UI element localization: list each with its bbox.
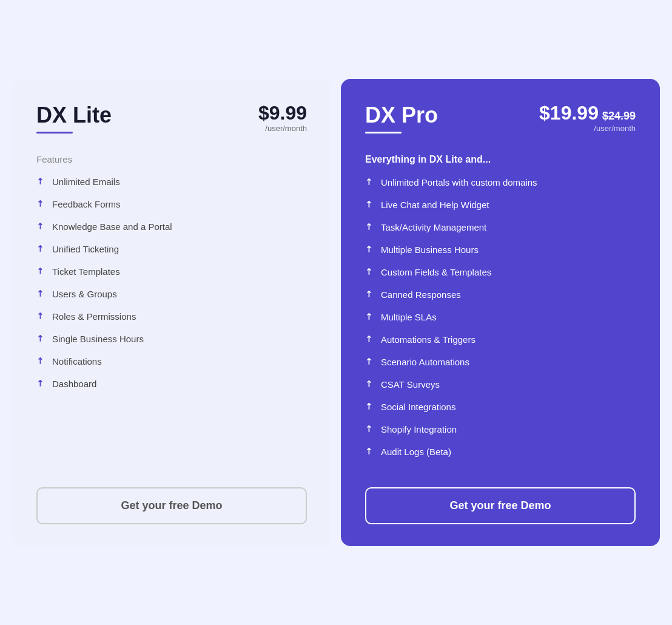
list-item: ↗Unlimited Portals with custom domains [365, 176, 636, 189]
arrow-icon: ↗ [363, 243, 375, 255]
arrow-icon: ↗ [363, 220, 375, 232]
feature-text: Ticket Templates [52, 265, 120, 278]
feature-text: CSAT Surveys [381, 378, 440, 391]
feature-text: Automations & Triggers [381, 333, 475, 346]
lite-card: DX Lite $9.99 /user/month Features ↗Unli… [12, 79, 331, 547]
list-item: ↗Live Chat and Help Widget [365, 198, 636, 211]
lite-feature-list: ↗Unlimited Emails↗Feedback Forms↗Knowled… [36, 175, 307, 468]
list-item: ↗Unlimited Emails [36, 175, 307, 188]
pro-price-block: $19.99 $24.99 /user/month [539, 103, 636, 133]
feature-text: Roles & Permissions [52, 310, 136, 323]
list-item: ↗Multiple Business Hours [365, 243, 636, 256]
pro-price-row: $19.99 $24.99 [539, 103, 636, 123]
arrow-icon: ↗ [34, 332, 46, 344]
list-item: ↗Social Integrations [365, 400, 636, 413]
feature-text: Canned Responses [381, 288, 461, 301]
arrow-icon: ↗ [34, 220, 46, 232]
feature-text: Multiple Business Hours [381, 243, 479, 256]
pro-plan-name-wrapper: DX Pro [365, 103, 438, 151]
feature-text: Unlimited Emails [52, 175, 120, 188]
feature-text: Task/Activity Management [381, 221, 486, 234]
list-item: ↗Canned Responses [365, 288, 636, 301]
arrow-icon: ↗ [363, 288, 375, 300]
list-item: ↗Feedback Forms [36, 198, 307, 211]
feature-text: Shopify Integration [381, 423, 457, 436]
arrow-icon: ↗ [363, 175, 375, 187]
list-item: ↗Ticket Templates [36, 265, 307, 278]
feature-text: Multiple SLAs [381, 311, 437, 323]
arrow-icon: ↗ [34, 377, 46, 389]
list-item: ↗Knowledge Base and a Portal [36, 220, 307, 233]
pro-header: DX Pro $19.99 $24.99 /user/month [365, 103, 636, 151]
list-item: ↗Scenario Automations [365, 356, 636, 368]
feature-text: Notifications [52, 355, 102, 368]
lite-plan-name-wrapper: DX Lite [36, 103, 112, 151]
list-item: ↗Multiple SLAs [365, 311, 636, 323]
arrow-icon: ↗ [363, 265, 375, 277]
lite-price-period: /user/month [258, 124, 307, 133]
feature-text: Dashboard [52, 377, 96, 390]
pro-price-period: /user/month [539, 124, 636, 133]
arrow-icon: ↗ [34, 242, 46, 254]
arrow-icon: ↗ [363, 355, 375, 367]
feature-text: Users & Groups [52, 288, 117, 300]
list-item: ↗Custom Fields & Templates [365, 266, 636, 279]
lite-price-block: $9.99 /user/month [258, 103, 307, 133]
feature-text: Social Integrations [381, 400, 455, 413]
arrow-icon: ↗ [363, 422, 375, 434]
lite-features-label: Features [36, 154, 307, 164]
pro-plan-name: DX Pro [365, 103, 438, 127]
pro-everything-label: Everything in DX Lite and... [365, 154, 636, 165]
list-item: ↗Single Business Hours [36, 333, 307, 345]
list-item: ↗Audit Logs (Beta) [365, 445, 636, 458]
pro-cta-button[interactable]: Get your free Demo [365, 487, 636, 524]
feature-text: Audit Logs (Beta) [381, 445, 451, 458]
pro-underline [365, 132, 402, 133]
feature-text: Custom Fields & Templates [381, 266, 491, 279]
feature-text: Knowledge Base and a Portal [52, 220, 172, 233]
arrow-icon: ↗ [34, 287, 46, 299]
arrow-icon: ↗ [363, 445, 375, 457]
feature-text: Unified Ticketing [52, 243, 119, 255]
arrow-icon: ↗ [363, 198, 375, 210]
list-item: ↗Roles & Permissions [36, 310, 307, 323]
pricing-container: DX Lite $9.99 /user/month Features ↗Unli… [12, 79, 660, 547]
list-item: ↗CSAT Surveys [365, 378, 636, 391]
arrow-icon: ↗ [363, 400, 375, 412]
feature-text: Feedback Forms [52, 198, 121, 211]
feature-text: Single Business Hours [52, 333, 144, 345]
lite-plan-name: DX Lite [36, 103, 112, 127]
list-item: ↗Notifications [36, 355, 307, 368]
arrow-icon: ↗ [34, 309, 46, 322]
list-item: ↗Users & Groups [36, 288, 307, 300]
arrow-icon: ↗ [363, 333, 375, 345]
feature-text: Unlimited Portals with custom domains [381, 176, 537, 189]
lite-header: DX Lite $9.99 /user/month [36, 103, 307, 151]
lite-cta-button[interactable]: Get your free Demo [36, 487, 307, 524]
list-item: ↗Shopify Integration [365, 423, 636, 436]
arrow-icon: ↗ [363, 310, 375, 322]
arrow-icon: ↗ [34, 265, 46, 277]
list-item: ↗Unified Ticketing [36, 243, 307, 255]
arrow-icon: ↗ [34, 175, 46, 187]
list-item: ↗Task/Activity Management [365, 221, 636, 234]
pro-price: $19.99 [539, 103, 599, 123]
lite-price: $9.99 [258, 103, 307, 123]
list-item: ↗Dashboard [36, 377, 307, 390]
arrow-icon: ↗ [34, 354, 46, 367]
arrow-icon: ↗ [363, 377, 375, 390]
pro-feature-list: ↗Unlimited Portals with custom domains↗L… [365, 176, 636, 468]
lite-underline [36, 132, 73, 133]
feature-text: Scenario Automations [381, 356, 469, 368]
pro-price-strike: $24.99 [602, 110, 636, 123]
pro-card: DX Pro $19.99 $24.99 /user/month Everyth… [341, 79, 660, 547]
feature-text: Live Chat and Help Widget [381, 198, 489, 211]
arrow-icon: ↗ [34, 197, 46, 209]
list-item: ↗Automations & Triggers [365, 333, 636, 346]
